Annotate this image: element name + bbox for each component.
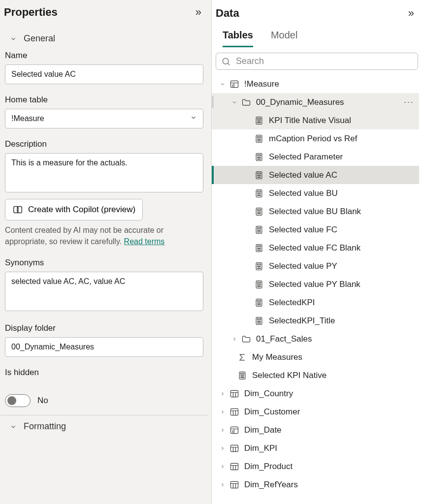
svg-point-32: [259, 175, 259, 176]
svg-point-64: [259, 248, 259, 249]
data-collapse-icon[interactable]: »: [406, 7, 416, 20]
tree-measure[interactable]: Selected value PY: [212, 257, 419, 275]
tree-folder-dynamic[interactable]: 00_Dynamic_Measures ···: [212, 93, 419, 111]
tree-table[interactable]: Dim_KPI: [212, 439, 419, 457]
svg-point-73: [260, 266, 260, 267]
tree-table[interactable]: Dim_Product: [212, 457, 419, 475]
svg-point-12: [260, 122, 260, 123]
properties-collapse-icon[interactable]: »: [194, 6, 203, 19]
tree-measure[interactable]: Selected Parameter: [212, 148, 419, 166]
synonyms-textarea[interactable]: [5, 272, 203, 311]
tree-measure[interactable]: SelectedKPI: [212, 293, 419, 312]
tree-measure[interactable]: Selected value BU: [212, 184, 419, 202]
tree-table[interactable]: Dim_Date: [212, 421, 419, 439]
svg-point-25: [260, 157, 260, 158]
more-options-icon[interactable]: ···: [404, 97, 414, 107]
svg-point-56: [259, 230, 259, 230]
search-icon: [221, 57, 231, 66]
tree-label: 00_Dynamic_Measures: [256, 97, 344, 107]
synonyms-label: Synonyms: [5, 258, 203, 268]
svg-point-31: [258, 175, 258, 176]
folder-icon: [241, 97, 251, 107]
tree-measure[interactable]: mCaption Period vs Ref: [212, 129, 419, 148]
tree-measure[interactable]: Selected value FC: [212, 220, 419, 239]
svg-rect-14: [258, 136, 261, 138]
calculator-icon: [254, 134, 264, 144]
tree-measure[interactable]: Selected value PY Blank: [212, 275, 419, 293]
home-table-value: !Measure: [11, 114, 44, 123]
tree-label: Dim_Country: [244, 389, 293, 399]
calculator-icon: [254, 152, 264, 162]
tree-measure[interactable]: Selected KPI Native: [212, 366, 419, 384]
is-hidden-row: No: [0, 392, 208, 412]
display-folder-input[interactable]: [5, 337, 203, 357]
create-with-copilot-button[interactable]: Create with Copilot (preview): [5, 199, 143, 220]
svg-rect-38: [258, 191, 261, 192]
tab-model[interactable]: Model: [271, 30, 297, 47]
chevron-down-icon: [219, 80, 227, 88]
svg-point-23: [258, 157, 258, 158]
is-hidden-toggle[interactable]: [5, 394, 31, 407]
tree-measure[interactable]: SelectedKPI_Title: [212, 312, 419, 330]
home-table-select[interactable]: !Measure: [5, 109, 203, 128]
tab-tables[interactable]: Tables: [223, 30, 253, 47]
section-label: General: [24, 33, 55, 44]
tree-folder-fact[interactable]: 01_Fact_Sales: [212, 330, 419, 348]
tree-measure[interactable]: Selected value BU Blank: [212, 202, 419, 220]
svg-point-2: [223, 58, 228, 64]
svg-rect-111: [231, 427, 238, 433]
chevron-down-icon: [10, 35, 17, 42]
tree-label: Selected value PY: [269, 261, 337, 271]
svg-point-49: [260, 212, 260, 212]
tree-label: Dim_Customer: [244, 407, 300, 417]
svg-rect-114: [231, 481, 238, 488]
tree-table-measure[interactable]: !Measure: [212, 75, 419, 93]
description-textarea[interactable]: [5, 153, 203, 192]
svg-rect-86: [258, 300, 261, 302]
svg-point-68: [260, 250, 260, 250]
chevron-right-icon: [219, 408, 227, 416]
tree-table[interactable]: Dim_RefYears: [212, 475, 419, 494]
ai-disclaimer: Content created by AI may not be accurat…: [5, 224, 203, 247]
tree-my-measures[interactable]: My Measures: [212, 348, 419, 366]
field-synonyms: Synonyms: [0, 258, 208, 323]
svg-rect-30: [258, 173, 261, 174]
svg-point-35: [259, 177, 259, 177]
tree-table[interactable]: Dim_Country: [212, 384, 419, 403]
svg-point-8: [259, 121, 259, 121]
home-table-label: Home table: [5, 95, 203, 105]
svg-point-60: [260, 231, 260, 232]
data-tree: !Measure 00_Dynamic_Measures ··· KPI Tit…: [212, 75, 422, 504]
tree-label: Dim_KPI: [244, 443, 277, 453]
svg-point-28: [260, 158, 260, 159]
field-name: Name: [0, 51, 208, 95]
read-terms-link[interactable]: Read terms: [124, 237, 165, 246]
name-input[interactable]: [5, 64, 203, 84]
tree-label: My Measures: [252, 352, 302, 362]
section-formatting[interactable]: Formatting: [0, 415, 208, 439]
svg-rect-6: [258, 118, 261, 120]
copilot-button-label: Create with Copilot (preview): [28, 205, 135, 215]
search-input[interactable]: Search: [216, 53, 418, 70]
svg-point-50: [258, 213, 258, 214]
table-icon: [229, 480, 239, 490]
tree-table[interactable]: Dim_Customer: [212, 403, 419, 421]
tree-measure[interactable]: Selected value FC Blank: [212, 239, 419, 257]
chevron-down-icon: [230, 98, 238, 106]
svg-rect-22: [258, 155, 261, 156]
svg-point-9: [260, 121, 260, 121]
svg-point-63: [258, 248, 258, 249]
tree-measure[interactable]: KPI Title Native Visual: [212, 111, 419, 129]
tree-label: Dim_Date: [244, 425, 282, 435]
section-general[interactable]: General: [0, 28, 208, 51]
svg-point-10: [258, 122, 258, 123]
calculator-icon: [237, 371, 247, 380]
chevron-down-icon: [10, 423, 17, 430]
svg-point-41: [260, 193, 260, 194]
svg-point-39: [258, 193, 258, 194]
svg-point-79: [258, 284, 258, 285]
svg-point-17: [260, 139, 260, 139]
is-hidden-value: No: [37, 396, 48, 406]
tree-measure-selected[interactable]: Selected value AC: [212, 166, 419, 184]
svg-point-80: [259, 284, 259, 285]
